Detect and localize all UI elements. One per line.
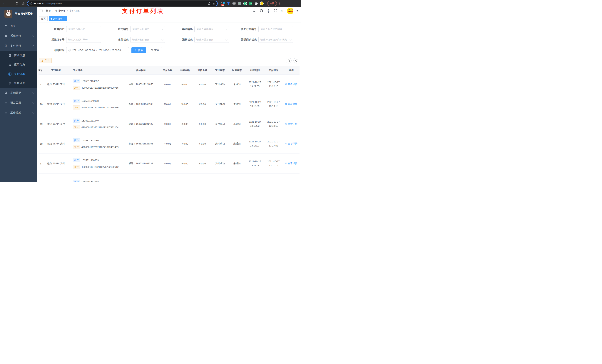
export-button[interactable]: 导出 [39, 58, 52, 63]
tag-home[interactable]: 首页 [39, 16, 48, 21]
sidebar-item-refund-order[interactable]: 退款订单 [0, 79, 37, 88]
breadcrumb-current: 支付订单 [69, 9, 80, 13]
pay-tag: 支付 [73, 86, 80, 90]
sidebar-item-home[interactable]: 首页 [0, 21, 37, 31]
url-text: localhost:1024/pay/order [33, 2, 206, 5]
chevron-up-icon [32, 45, 34, 47]
table-row: 20 微信 JSAPI 支付 商户1635311949168 支付4200001… [39, 94, 300, 114]
chevron-down-icon [226, 39, 227, 40]
search-toggle-button[interactable] [286, 58, 291, 63]
pay-tag: 支付 [73, 145, 80, 149]
orders-table: 编号 支付渠道 支付订单 商品标题 支付金额 手续金额 退款金额 支付状态 回调… [39, 66, 300, 182]
chevron-down-icon [290, 39, 291, 40]
extension-kite-icon[interactable] [226, 2, 230, 5]
breadcrumb-pay[interactable]: 支付管理 [55, 9, 65, 13]
extension-command-icon[interactable]: ⌘ [232, 2, 236, 5]
github-icon[interactable] [259, 9, 263, 13]
refund-status-select[interactable]: 请选择退款状态 [194, 37, 229, 43]
share-icon[interactable] [208, 2, 210, 5]
grid-icon [8, 63, 11, 66]
table-header-row: 编号 支付渠道 支付订单 商品标题 支付金额 手续金额 退款金额 支付状态 回调… [39, 66, 300, 74]
sidebar-item-pay[interactable]: ¥ 支付管理 [0, 41, 37, 51]
help-icon[interactable]: ? [267, 9, 270, 13]
avatar-dropdown-caret[interactable] [297, 10, 298, 11]
home-icon[interactable] [21, 1, 26, 6]
view-detail-link[interactable]: 查看详情 [285, 162, 298, 165]
svg-text:?: ? [268, 10, 269, 12]
chevron-down-icon [32, 35, 34, 36]
search-button[interactable]: 搜索 [131, 47, 146, 53]
pay-submenu: 商户信息 应用信息 ¥ 支付订单 退款订单 [0, 51, 37, 88]
view-detail-link[interactable]: 查看详情 [285, 83, 298, 86]
sidebar-collapse-icon[interactable] [39, 10, 43, 13]
breadcrumb-home[interactable]: 首页 [46, 9, 51, 13]
sidebar-item-devtool[interactable]: 研发工具 [0, 98, 37, 108]
forward-icon[interactable]: → [8, 1, 13, 6]
address-bar[interactable]: i localhost:1024/pay/order [27, 1, 218, 6]
merchant-tag: 商户 [73, 180, 80, 182]
merchant-input[interactable] [66, 26, 101, 32]
pay-status-select[interactable]: 请选择支付状态 [130, 37, 165, 43]
search-icon[interactable] [253, 9, 256, 13]
reset-button[interactable]: 重置 [148, 47, 162, 53]
channel-order-no-input[interactable] [66, 37, 101, 43]
monitor-chart-icon [4, 91, 8, 94]
extension-record-icon[interactable] [238, 2, 241, 5]
merchant-order-no-input[interactable] [258, 26, 293, 32]
chevron-down-icon [32, 92, 34, 94]
filter-label-notify-status: 回调商户状态 [231, 38, 258, 42]
user-avatar[interactable] [287, 8, 293, 14]
sidebar-item-workflow[interactable]: 工作流程 [0, 108, 37, 118]
merchant-tag: 商户 [73, 158, 80, 162]
sidebar-item-app-info[interactable]: 应用信息 [0, 60, 37, 69]
sidebar-item-merchant-info[interactable]: 商户信息 [0, 51, 37, 60]
extensions-puzzle-icon[interactable] [254, 2, 258, 5]
sidebar: 芋道管理系统 首页 系统管理 ¥ 支付管理 商户信息 [0, 7, 37, 182]
extension-chat-icon[interactable] [249, 2, 252, 5]
extension-y-icon[interactable]: y [243, 2, 247, 5]
notify-status-select[interactable]: 请选择订单回调商户状态 [258, 37, 293, 43]
filter-label-channel-order-no: 渠道订单号 [39, 38, 66, 42]
view-detail-link[interactable]: 查看详情 [285, 142, 298, 145]
chevron-down-icon [226, 28, 227, 30]
tag-pay-order[interactable]: 支付订单 × [49, 16, 67, 21]
channel-code-select[interactable]: 请输入渠道编码 [194, 26, 229, 32]
tag-close-icon[interactable]: × [64, 18, 65, 20]
sidebar-item-system[interactable]: 系统管理 [0, 31, 37, 41]
back-icon[interactable]: ← [2, 1, 7, 6]
breadcrumb: 首页 / 支付管理 / 支付订单 [46, 9, 80, 13]
browser-update-button[interactable]: 更新 [267, 1, 277, 6]
sidebar-item-pay-order[interactable]: ¥ 支付订单 [0, 69, 37, 79]
create-time-range-picker[interactable]: 2021-10-01 00:00:00 - 2021-10-31 23:59:5… [66, 47, 129, 53]
fullscreen-icon[interactable] [274, 9, 277, 13]
gear-icon [4, 34, 8, 37]
app-logo[interactable]: 芋道管理系统 [0, 7, 37, 21]
magnifier-icon [285, 162, 287, 165]
browser-menu-icon[interactable]: ••• [279, 2, 280, 5]
pay-tag: 支付 [73, 125, 80, 129]
app-select[interactable]: 请选择应用信息 [130, 26, 165, 32]
extension-grid-icon[interactable]: 10 [221, 2, 225, 5]
font-size-icon[interactable]: TT [281, 9, 284, 13]
magnifier-icon [285, 103, 287, 105]
site-info-icon[interactable]: i [29, 2, 32, 5]
document-copy-icon [8, 82, 11, 85]
view-detail-link[interactable]: 查看详情 [285, 103, 298, 106]
extension-badge: 10 [221, 4, 224, 6]
tags-view-bar: 首页 支付订单 × [37, 15, 301, 23]
shop-icon [8, 54, 11, 57]
briefcase-icon [4, 111, 8, 114]
view-detail-link[interactable]: 查看详情 [285, 122, 298, 125]
filter-label-channel-code: 渠道编码 [167, 28, 194, 31]
reload-icon[interactable] [14, 1, 19, 6]
refresh-table-button[interactable] [293, 58, 299, 63]
extensions-strip: 10 ⌘ y [221, 2, 264, 5]
profile-avatar-icon[interactable] [260, 2, 264, 5]
merchant-tag: 商户 [73, 138, 80, 142]
yen-circle-icon: ¥ [8, 73, 11, 76]
chevron-down-icon [32, 102, 34, 104]
sidebar-item-infra[interactable]: 基础设施 [0, 88, 37, 98]
filter-label-create-time: 创建时间 [39, 49, 66, 52]
briefcase-icon [4, 101, 8, 104]
bookmark-star-icon[interactable] [213, 2, 215, 5]
